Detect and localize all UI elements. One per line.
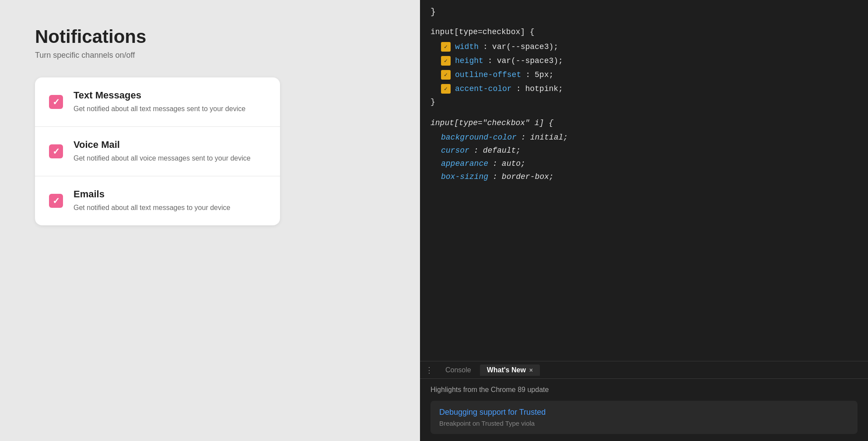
css-prop-value: var(--space3); bbox=[492, 42, 558, 51]
css-prop-value: var(--space3); bbox=[497, 56, 563, 65]
article-description: Breakpoint on Trusted Type viola bbox=[439, 420, 849, 427]
css-selector-italic: input[type="checkbox" i] { bbox=[430, 115, 858, 129]
voice-mail-checkbox[interactable] bbox=[49, 144, 63, 158]
css-selector: input[type=checkbox] { bbox=[430, 24, 858, 38]
css-italic-property-line: appearance : auto; bbox=[430, 157, 858, 170]
item-title: Text Messages bbox=[74, 90, 245, 101]
tab-close-icon[interactable]: × bbox=[529, 367, 533, 374]
tab-whats-new[interactable]: What's New × bbox=[480, 364, 540, 376]
text-messages-checkbox[interactable] bbox=[49, 95, 63, 109]
css-closing-brace: } bbox=[430, 96, 858, 112]
tab-menu-dots[interactable]: ⋮ bbox=[425, 365, 433, 375]
property-checkbox-icon[interactable] bbox=[441, 42, 451, 52]
css-prop-name: box-sizing bbox=[441, 172, 488, 181]
whats-new-content: Highlights from the Chrome 89 update Deb… bbox=[420, 379, 868, 441]
css-prop-value: border-box; bbox=[502, 172, 554, 181]
whats-new-intro: Highlights from the Chrome 89 update bbox=[430, 386, 858, 394]
css-prop-name: appearance bbox=[441, 159, 488, 168]
emails-content: Emails Get notified about all text messa… bbox=[74, 189, 230, 213]
notification-card: Text Messages Get notified about all tex… bbox=[35, 77, 280, 225]
devtools-tabs: ⋮ Console What's New × bbox=[420, 361, 868, 379]
css-italic-property-line: box-sizing : border-box; bbox=[430, 170, 858, 183]
tab-console[interactable]: Console bbox=[438, 364, 478, 376]
css-prop-name: width bbox=[455, 42, 479, 51]
item-description: Get notified about all text messages to … bbox=[74, 203, 230, 213]
css-property-line: accent-color : hotpink; bbox=[430, 82, 858, 96]
item-description: Get notified about all voice messages se… bbox=[74, 153, 251, 164]
item-title: Voice Mail bbox=[74, 139, 251, 150]
css-prop-value: auto; bbox=[502, 159, 525, 168]
css-colon: : bbox=[493, 159, 497, 168]
css-colon: : bbox=[474, 146, 479, 155]
list-item: Emails Get notified about all text messa… bbox=[35, 176, 280, 225]
css-colon: : bbox=[525, 70, 530, 79]
article-title: Debugging support for Trusted bbox=[439, 408, 849, 417]
css-prop-value: hotpink; bbox=[525, 84, 563, 93]
css-italic-property-line: background-color : initial; bbox=[430, 131, 858, 144]
tab-whats-new-label: What's New bbox=[487, 366, 526, 374]
code-area: } input[type=checkbox] { width : var(--s… bbox=[420, 0, 868, 361]
css-property-line: height : var(--space3); bbox=[430, 54, 858, 68]
property-checkbox-icon[interactable] bbox=[441, 84, 451, 94]
css-prop-value: 5px; bbox=[535, 70, 553, 79]
notifications-panel: Notifications Turn specific channels on/… bbox=[0, 0, 420, 441]
page-title: Notifications bbox=[35, 26, 385, 47]
css-italic-property-line: cursor : default; bbox=[430, 144, 858, 157]
checkbox-icon[interactable] bbox=[49, 194, 63, 208]
css-colon: : bbox=[516, 84, 521, 93]
css-property-line: outline-offset : 5px; bbox=[430, 68, 858, 82]
css-colon: : bbox=[521, 133, 526, 142]
whats-new-article[interactable]: Debugging support for Trusted Breakpoint… bbox=[430, 401, 858, 434]
css-prop-value: initial; bbox=[530, 133, 568, 142]
list-item: Text Messages Get notified about all tex… bbox=[35, 77, 280, 127]
item-description: Get notified about all text messages sen… bbox=[74, 104, 245, 114]
devtools-panel: } input[type=checkbox] { width : var(--s… bbox=[420, 0, 868, 441]
css-prop-value: default; bbox=[483, 146, 521, 155]
devtools-bottom-bar: ⋮ Console What's New × Highlights from t… bbox=[420, 361, 868, 441]
property-checkbox-icon[interactable] bbox=[441, 70, 451, 80]
css-property-line: width : var(--space3); bbox=[430, 40, 858, 54]
css-prop-name: height bbox=[455, 56, 483, 65]
property-checkbox-icon[interactable] bbox=[441, 56, 451, 66]
item-title: Emails bbox=[74, 189, 230, 200]
closing-brace: } bbox=[430, 4, 858, 24]
css-rule-block-2: input[type="checkbox" i] { background-co… bbox=[430, 115, 858, 183]
css-prop-name: outline-offset bbox=[455, 70, 521, 79]
voice-mail-content: Voice Mail Get notified about all voice … bbox=[74, 139, 251, 164]
css-rule-block-1: input[type=checkbox] { width : var(--spa… bbox=[430, 24, 858, 112]
checkbox-icon[interactable] bbox=[49, 95, 63, 109]
css-colon: : bbox=[488, 56, 493, 65]
emails-checkbox[interactable] bbox=[49, 194, 63, 208]
list-item: Voice Mail Get notified about all voice … bbox=[35, 127, 280, 176]
css-colon: : bbox=[483, 42, 488, 51]
checkbox-icon[interactable] bbox=[49, 144, 63, 158]
css-prop-name: background-color bbox=[441, 133, 517, 142]
page-subtitle: Turn specific channels on/off bbox=[35, 51, 385, 60]
css-prop-name: accent-color bbox=[455, 84, 512, 93]
css-prop-name: cursor bbox=[441, 146, 469, 155]
text-messages-content: Text Messages Get notified about all tex… bbox=[74, 90, 245, 114]
css-colon: : bbox=[493, 172, 497, 181]
